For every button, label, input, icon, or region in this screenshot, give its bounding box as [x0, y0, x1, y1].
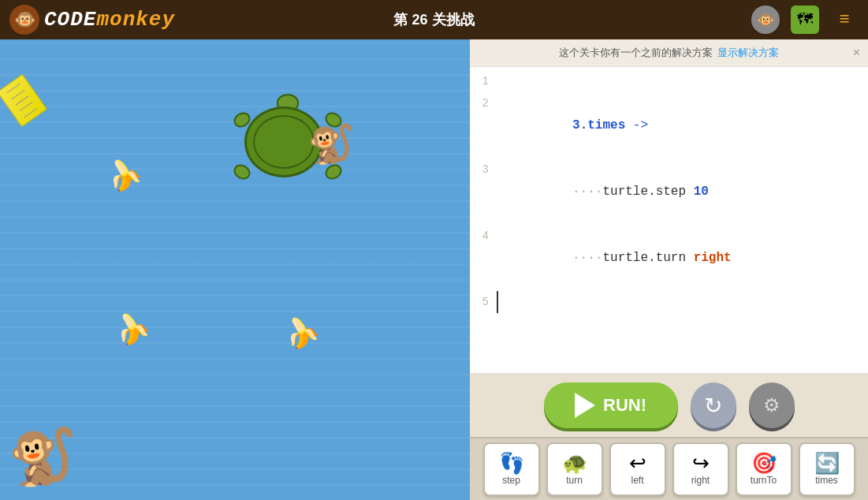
dot-times: . [580, 118, 588, 132]
monkey-on-turtle: 🐒 [307, 122, 355, 168]
tool-right-button[interactable]: ↪ right [672, 442, 729, 496]
turtle-limb-bl [231, 162, 253, 183]
indent-dots-3: ···· [572, 185, 602, 199]
step-label: step [502, 475, 520, 486]
line-number-4: 4 [470, 225, 497, 247]
bottom-monkey: 🐒 [8, 424, 76, 492]
menu-icon[interactable]: ≡ [830, 6, 859, 34]
toolbar: 👣 step 🐢 turn ↩ left ↪ right 🎯 turnTo 🔄 [470, 437, 868, 500]
logo-monkey-text: monkey [96, 8, 175, 32]
step-icon: 👣 [499, 453, 524, 473]
line-number-5: 5 [470, 291, 497, 313]
line-content-4[interactable]: ····turtle.turn right [497, 225, 868, 291]
tool-times-button[interactable]: 🔄 times [799, 442, 855, 496]
arrow: -> [633, 118, 648, 132]
method-turn: turn [656, 251, 686, 265]
banana-1: 🍌 [102, 153, 147, 198]
header: 🐵 CODEmonkey 第 26 关挑战 🐵 🗺 ≡ [0, 0, 868, 39]
left-label: left [631, 475, 643, 486]
turtle-group: 🐒 [237, 99, 378, 225]
main: 🐒 🍌 🍌 🍌 🐒 这个关卡你有一个之前的解决方案 显示解决方案 × 1 2 3 [0, 39, 868, 500]
code-editor[interactable]: 1 2 3.times -> 3 ····turtle.step 10 4 ··… [470, 67, 868, 374]
turnto-label: turnTo [751, 475, 777, 486]
line-content-5[interactable] [497, 291, 868, 313]
space-arrow [625, 118, 633, 132]
ruler [0, 74, 47, 128]
turn-label: turn [566, 475, 583, 486]
tool-turnto-button[interactable]: 🎯 turnTo [736, 442, 792, 496]
turn-icon: 🐢 [562, 453, 587, 473]
left-icon: ↩ [629, 453, 646, 473]
dot-3: . [648, 185, 656, 199]
code-line-2: 2 3.times -> [470, 92, 868, 159]
line-number-3: 3 [470, 159, 497, 181]
indent-dots-4: ···· [572, 251, 602, 265]
right-panel: 这个关卡你有一个之前的解决方案 显示解决方案 × 1 2 3.times -> … [470, 39, 868, 500]
times-icon: 🔄 [814, 453, 840, 473]
level-title: 第 26 关挑战 [393, 10, 474, 29]
game-area: 🐒 🍌 🍌 🍌 🐒 [0, 39, 470, 500]
line-content-2[interactable]: 3.times -> [497, 92, 868, 159]
num-10: 10 [694, 185, 709, 199]
info-bar: 这个关卡你有一个之前的解决方案 显示解决方案 × [470, 39, 868, 67]
turtle-shell [253, 115, 315, 169]
line-number-1: 1 [470, 70, 497, 92]
run-label: RUN! [603, 395, 646, 416]
header-right: 🐵 🗺 ≡ [751, 6, 859, 34]
info-message: 这个关卡你有一个之前的解决方案 [559, 46, 713, 60]
logo-area: 🐵 CODEmonkey [9, 5, 175, 35]
code-line-1: 1 [470, 70, 868, 92]
tool-left-button[interactable]: ↩ left [609, 442, 666, 496]
keyword-times: times [587, 118, 625, 132]
method-step: step [656, 185, 686, 199]
code-line-3: 3 ····turtle.step 10 [470, 159, 868, 225]
ruler-line [20, 102, 33, 112]
keyword-turtle-4: turtle [602, 251, 648, 265]
reset-button[interactable]: ↻ [691, 382, 736, 428]
dot-4: . [648, 251, 656, 265]
code-line-5: 5 [470, 291, 868, 313]
close-info-button[interactable]: × [853, 46, 860, 60]
settings-button[interactable]: ⚙ [749, 382, 795, 428]
reset-icon: ↻ [704, 393, 722, 419]
ruler-line [7, 84, 20, 94]
ruler-line [24, 108, 37, 118]
banana-3: 🍌 [279, 311, 324, 356]
avatar-icon[interactable]: 🐵 [751, 6, 780, 34]
space-4 [686, 251, 694, 265]
map-icon[interactable]: 🗺 [791, 6, 819, 34]
line-number-2: 2 [470, 92, 497, 114]
run-button[interactable]: RUN! [544, 382, 678, 428]
logo-code: CODE [44, 8, 96, 32]
tool-step-button[interactable]: 👣 step [483, 442, 540, 496]
banana-2: 🍌 [110, 307, 155, 352]
line-content-3[interactable]: ····turtle.step 10 [497, 159, 868, 225]
right-label: right [691, 475, 710, 486]
ruler-line [11, 90, 24, 100]
num-3: 3 [572, 118, 580, 132]
settings-icon: ⚙ [763, 394, 780, 416]
code-line-4: 4 ····turtle.turn right [470, 225, 868, 291]
turnto-icon: 🎯 [751, 453, 777, 473]
logo-text: CODEmonkey [44, 8, 175, 32]
tool-turn-button[interactable]: 🐢 turn [546, 442, 603, 496]
times-label: times [815, 475, 838, 486]
logo-monkey-icon: 🐵 [9, 5, 39, 35]
play-icon [575, 393, 595, 418]
show-solution-link[interactable]: 显示解决方案 [717, 46, 779, 60]
right-icon: ↪ [692, 453, 710, 473]
ruler-line [15, 95, 28, 106]
direction-right: right [694, 251, 732, 265]
keyword-turtle-3: turtle [602, 185, 648, 199]
space-3 [686, 185, 694, 199]
run-area: RUN! ↻ ⚙ [470, 374, 868, 437]
